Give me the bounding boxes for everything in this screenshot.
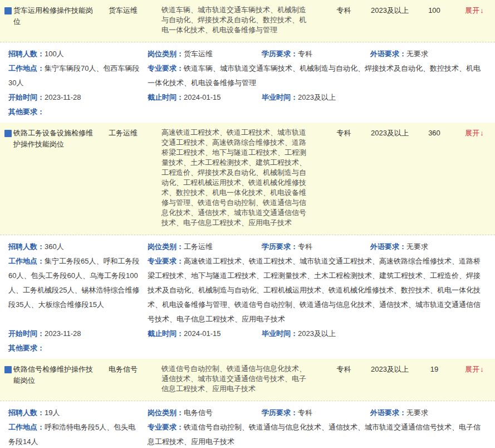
education-field: 学历要求：专科 [262, 47, 370, 61]
arrow-down-icon: ↓ [480, 6, 484, 14]
job-majors-summary: 高速铁道工程技术、铁道工程技术、城市轨道交通工程技术、高速铁路综合维修技术、道路… [161, 128, 323, 228]
deadline-field: 截止时间：2024-01-15 [148, 327, 262, 341]
job-category: 货车运维 [109, 5, 161, 16]
job-summary-row[interactable]: 货车运用检修操作技能岗位 货车运维 铁道车辆、城市轨道交通车辆技术、机械制造与自… [0, 0, 495, 42]
deadline-field: 截止时间：2024-01-15 [148, 90, 262, 105]
job-headcount: 100 [415, 5, 454, 16]
job-title: 铁路工务设备设施检修维护操作技能岗位 [13, 129, 93, 148]
job-category: 电务信号 [109, 364, 161, 375]
work-location-field: 工作地点：呼和浩特电务段5人、包头电务段14人 [8, 420, 148, 448]
job-summary-row[interactable]: 铁路工务设备设施检修维护操作技能岗位 工务运维 高速铁道工程技术、铁道工程技术、… [0, 123, 495, 235]
job-details: 招聘人数：100人 岗位类别：货车运维 学历要求：专科 外语要求：无要求 工作地… [0, 42, 495, 123]
arrow-down-icon: ↓ [480, 129, 484, 137]
bullet-square-icon [4, 366, 12, 373]
job-title: 货车运用检修操作技能岗位 [13, 6, 93, 26]
foreign-language-field: 外语要求：无要求 [370, 406, 487, 420]
other-requirements-field: 其他要求： [8, 341, 487, 356]
expand-label: 展开 [465, 6, 479, 14]
major-requirement-field: 专业要求：铁道车辆、城市轨道交通车辆技术、机械制造与自动化、焊接技术及自动化、数… [148, 61, 487, 90]
other-requirements-field: 其他要求： [8, 105, 487, 119]
job-summary-row[interactable]: 铁路信号检修维护操作技能岗位 电务信号 铁道信号自动控制、铁道通信与信息化技术、… [0, 359, 495, 401]
job-graduation-year: 2023及以上 [365, 5, 415, 16]
foreign-language-field: 外语要求：无要求 [370, 240, 487, 254]
job-education: 专科 [323, 5, 365, 16]
category-field: 岗位类别：工务运维 [148, 240, 262, 254]
education-field: 学历要求：专科 [262, 406, 370, 420]
recruit-count-field: 招聘人数：360人 [8, 240, 148, 254]
bullet-square-icon [4, 130, 12, 137]
job-details: 招聘人数：360人 岗位类别：工务运维 学历要求：专科 外语要求：无要求 工作地… [0, 235, 495, 359]
graduation-time-field: 毕业时间：2023及以上 [262, 90, 370, 105]
job-education: 专科 [323, 364, 365, 375]
recruit-count-field: 招聘人数：100人 [8, 47, 148, 61]
job-headcount: 19 [415, 364, 454, 375]
category-field: 岗位类别：货车运维 [148, 47, 262, 61]
job-headcount: 360 [415, 128, 454, 139]
job-details: 招聘人数：19人 岗位类别：电务信号 学历要求：专科 外语要求：无要求 工作地点… [0, 401, 495, 448]
job-category: 工务运维 [109, 128, 161, 139]
expand-label: 展开 [465, 129, 479, 137]
job-listing: 货车运用检修操作技能岗位 货车运维 铁道车辆、城市轨道交通车辆技术、机械制造与自… [0, 0, 495, 123]
work-location-field: 工作地点：集宁车辆段70人、包西车辆段30人 [8, 61, 148, 90]
recruit-count-field: 招聘人数：19人 [8, 406, 148, 420]
job-graduation-year: 2023及以上 [365, 364, 415, 375]
job-title-cell: 铁路工务设备设施检修维护操作技能岗位 [0, 128, 109, 150]
education-field: 学历要求：专科 [262, 240, 370, 254]
work-location-field: 工作地点：集宁工务段65人、呼和工务段60人、包头工务段60人、乌海工务段100… [8, 254, 148, 327]
job-title-cell: 铁路信号检修维护操作技能岗位 [0, 364, 109, 386]
job-listing: 铁路信号检修维护操作技能岗位 电务信号 铁道信号自动控制、铁道通信与信息化技术、… [0, 359, 495, 448]
expand-toggle[interactable]: 展开↓ [454, 128, 495, 139]
bullet-square-icon [4, 7, 12, 14]
start-time-field: 开始时间：2023-11-28 [8, 327, 148, 341]
job-title-cell: 货车运用检修操作技能岗位 [0, 5, 109, 27]
expand-toggle[interactable]: 展开↓ [454, 5, 495, 16]
job-listing: 铁路工务设备设施检修维护操作技能岗位 工务运维 高速铁道工程技术、铁道工程技术、… [0, 123, 495, 359]
job-majors-summary: 铁道信号自动控制、铁道通信与信息化技术、通信技术、城市轨道交通通信信号技术、电子… [161, 364, 323, 394]
start-time-field: 开始时间：2023-11-28 [8, 90, 148, 105]
graduation-time-field: 毕业时间：2023及以上 [262, 327, 370, 341]
expand-toggle[interactable]: 展开↓ [454, 364, 495, 375]
arrow-down-icon: ↓ [480, 365, 484, 373]
major-requirement-field: 专业要求：铁道信号自动控制、铁道通信与信息化技术、通信技术、城市轨道交通通信信号… [148, 420, 487, 448]
category-field: 岗位类别：电务信号 [148, 406, 262, 420]
job-listing-page: 货车运用检修操作技能岗位 货车运维 铁道车辆、城市轨道交通车辆技术、机械制造与自… [0, 0, 495, 448]
job-graduation-year: 2023及以上 [365, 128, 415, 139]
job-title: 铁路信号检修维护操作技能岗位 [13, 365, 93, 384]
job-majors-summary: 铁道车辆、城市轨道交通车辆技术、机械制造与自动化、焊接技术及自动化、数控技术、机… [161, 5, 323, 35]
expand-label: 展开 [465, 365, 479, 373]
job-education: 专科 [323, 128, 365, 139]
foreign-language-field: 外语要求：无要求 [370, 47, 487, 61]
major-requirement-field: 专业要求：高速铁道工程技术、铁道工程技术、城市轨道交通工程技术、高速铁路综合维修… [148, 254, 487, 327]
